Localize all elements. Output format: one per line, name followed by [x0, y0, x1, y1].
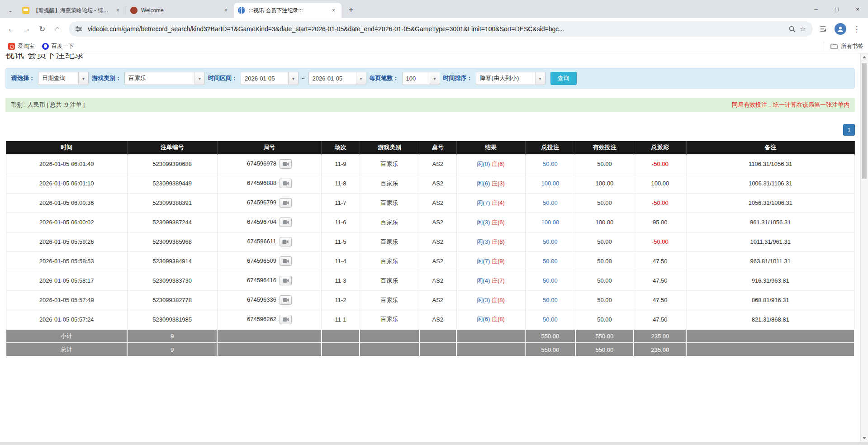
total-bet-link[interactable]: 50.00: [543, 161, 558, 167]
total-bet-link[interactable]: 50.00: [543, 238, 558, 245]
tab-title: :::视讯 会员下注纪录:::: [249, 7, 327, 14]
result-banker: 庄(6): [492, 161, 505, 167]
total-bet-link[interactable]: 100.00: [541, 219, 560, 226]
total-bet-link[interactable]: 50.00: [543, 258, 558, 265]
address-bar[interactable]: videoie.com/game/betrecord_search/kind3?…: [69, 21, 813, 37]
sort-order-select[interactable]: 降幂(由大到小) ▾: [476, 72, 545, 85]
tab-forum[interactable]: 【新提醒】海燕策略论坛 - 综合... ×: [18, 3, 126, 18]
media-controls-icon[interactable]: [816, 21, 832, 37]
cell-payout: 47.50: [634, 290, 686, 310]
tab-bet-records-favicon-icon: [238, 7, 245, 14]
all-bookmarks[interactable]: 所有书签: [824, 42, 863, 51]
scrollbar-thumb[interactable]: [862, 63, 867, 179]
bookmark-taobao[interactable]: 爱淘宝: [5, 41, 38, 52]
total-bet-link[interactable]: 100.00: [541, 180, 560, 187]
date-range-label: 时间区间：: [208, 74, 237, 82]
video-replay-button[interactable]: [280, 315, 292, 324]
total-total-bet: 550.00: [525, 343, 575, 356]
zoom-icon[interactable]: [787, 24, 797, 34]
tab-close-icon[interactable]: ×: [114, 7, 122, 14]
total-label: 总计: [6, 343, 127, 356]
cell-bet-id: 523099381985: [127, 310, 217, 329]
cell-payout: -50.00: [634, 232, 686, 251]
minimize-button[interactable]: –: [806, 0, 826, 18]
video-replay-button[interactable]: [280, 237, 292, 246]
subtotal-total-bet: 550.00: [525, 329, 575, 343]
date-end-select[interactable]: 2026-01-05 ▾: [308, 72, 366, 85]
per-page-select[interactable]: 100 ▾: [402, 72, 440, 85]
cell-table-no: AS2: [419, 154, 457, 174]
cell-payout: 47.50: [634, 271, 686, 290]
cell-round: 674596336: [217, 290, 322, 310]
tab-close-icon[interactable]: ×: [222, 7, 230, 14]
cell-session: 11-2: [322, 290, 360, 310]
home-icon[interactable]: ⌂: [50, 21, 65, 37]
table-row: 2026-01-05 05:59:26 523099385968 6745966…: [6, 232, 854, 251]
cell-table-no: AS2: [419, 290, 457, 310]
cell-valid-bet: 100.00: [575, 213, 634, 232]
table-header-row: 时间 注单编号 局号 场次 游戏类别 桌号 结果 总投注 有效投注 总派彩 备注: [6, 141, 854, 154]
cell-valid-bet: 50.00: [575, 271, 634, 290]
video-replay-button[interactable]: [280, 218, 292, 227]
total-bet-link[interactable]: 50.00: [543, 199, 558, 206]
cell-note: 916.31/963.81: [686, 271, 854, 290]
video-replay-button[interactable]: [280, 159, 292, 169]
subtotal-count: 9: [127, 329, 217, 343]
maximize-button[interactable]: □: [826, 0, 847, 18]
cell-result: 闲(6) 庄(3): [456, 174, 525, 193]
menu-icon[interactable]: ⋮: [849, 21, 864, 37]
query-type-select[interactable]: 日期查询 ▾: [38, 72, 89, 85]
total-bet-link[interactable]: 50.00: [543, 316, 558, 323]
cell-table-no: AS2: [419, 310, 457, 329]
refresh-icon[interactable]: ↻: [34, 21, 50, 37]
vertical-scrollbar[interactable]: [860, 53, 868, 442]
cell-result: 闲(0) 庄(6): [456, 154, 525, 174]
scroll-up-icon[interactable]: [861, 53, 868, 61]
cell-bet-id: 523099385968: [127, 232, 217, 251]
video-replay-button[interactable]: [280, 276, 292, 285]
cell-time: 2026-01-05 05:57:49: [6, 290, 127, 310]
back-icon[interactable]: ←: [4, 21, 19, 37]
page-1-button[interactable]: 1: [843, 124, 855, 136]
col-valid-bet: 有效投注: [575, 141, 634, 154]
table-row: 2026-01-05 06:01:40 523099390688 6745969…: [6, 154, 854, 174]
video-replay-button[interactable]: [280, 198, 292, 208]
profile-avatar[interactable]: [835, 23, 846, 35]
forward-icon[interactable]: →: [19, 21, 34, 37]
cell-payout: -50.00: [634, 193, 686, 213]
cell-time: 2026-01-05 06:00:36: [6, 193, 127, 213]
scroll-down-icon[interactable]: [861, 434, 868, 442]
date-start-select[interactable]: 2026-01-05 ▾: [241, 72, 299, 85]
tab-close-icon[interactable]: ×: [330, 7, 337, 14]
cell-result: 闲(7) 庄(9): [456, 251, 525, 271]
game-type-select[interactable]: 百家乐 ▾: [124, 72, 205, 85]
total-bet-link[interactable]: 50.00: [543, 277, 558, 284]
search-button[interactable]: 查询: [550, 72, 577, 85]
col-session: 场次: [322, 141, 360, 154]
cell-payout: 95.00: [634, 213, 686, 232]
col-time: 时间: [6, 141, 127, 154]
all-bookmarks-label: 所有书签: [841, 43, 863, 50]
bookmark-baidu[interactable]: 百度一下: [38, 41, 78, 52]
cell-note: 1056.31/1006.31: [686, 193, 854, 213]
tab-search-chevron-icon[interactable]: ⌄: [5, 4, 16, 16]
total-bet-link[interactable]: 50.00: [543, 297, 558, 303]
subtotal-valid-bet: 550.00: [575, 329, 634, 343]
bookmark-star-icon[interactable]: ☆: [797, 24, 808, 34]
video-replay-button[interactable]: [280, 295, 292, 305]
sort-order-label: 时间排序：: [443, 74, 473, 82]
video-replay-button[interactable]: [280, 179, 292, 188]
tab-bet-records-active[interactable]: :::视讯 会员下注纪录::: ×: [234, 3, 342, 18]
site-info-tune-icon[interactable]: [73, 24, 84, 34]
result-banker: 庄(8): [492, 238, 505, 245]
cell-payout: 100.00: [634, 174, 686, 193]
new-tab-button[interactable]: +: [345, 4, 357, 16]
col-round: 局号: [217, 141, 322, 154]
tab-welcome[interactable]: Welcome ×: [126, 3, 234, 18]
chevron-down-icon: ▾: [194, 72, 204, 85]
video-replay-button[interactable]: [280, 256, 292, 266]
close-button[interactable]: ×: [847, 0, 868, 18]
bet-records-table: 时间 注单编号 局号 场次 游戏类别 桌号 结果 总投注 有效投注 总派彩 备注…: [5, 141, 855, 357]
cell-valid-bet: 50.00: [575, 251, 634, 271]
game-type-label: 游戏类别：: [92, 74, 121, 82]
